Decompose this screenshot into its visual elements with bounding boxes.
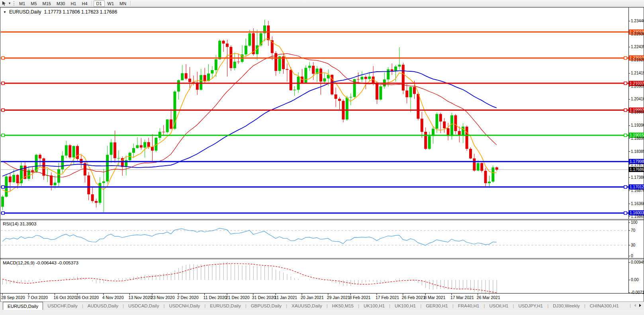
panel-separator-rsi[interactable] xyxy=(0,219,644,220)
period-button-m30[interactable]: M30 xyxy=(54,0,68,7)
toolbar-dropdown-caret[interactable]: ▼ xyxy=(7,2,12,5)
candle-bear xyxy=(151,147,154,151)
candle-bull xyxy=(20,166,23,183)
price-tick-label: 1.21925 xyxy=(631,58,644,63)
chart-tab-dj30-weekly[interactable]: DJ30,Weekly xyxy=(548,302,584,310)
candle-bull xyxy=(278,57,281,71)
line-handle[interactable] xyxy=(2,211,4,214)
chart-tab-xauusd-daily[interactable]: XAUUSD,Daily xyxy=(287,302,327,310)
candle-bear xyxy=(312,66,315,74)
period-button-h1[interactable]: H1 xyxy=(68,0,79,7)
price-tick-label: 1.23440 xyxy=(631,19,644,23)
cursor-tool-icon[interactable] xyxy=(1,0,7,6)
date-label: 11 Jan 2021 xyxy=(274,295,297,300)
current-price-tag: 1.17686 xyxy=(629,167,644,172)
candle-bear xyxy=(480,163,483,171)
candle-bear xyxy=(458,131,461,135)
candle-bear xyxy=(495,167,498,170)
candle-bull xyxy=(166,119,169,132)
chart-tab-hk50-m15[interactable]: HK50,M15 xyxy=(328,302,358,310)
chart-tab-ger30-h1[interactable]: GER30,H1 xyxy=(421,302,452,310)
toolbar-divider xyxy=(92,1,92,6)
candle-bear xyxy=(405,90,408,97)
line-handle[interactable] xyxy=(624,82,627,85)
price-tick-label: 1.18385 xyxy=(631,149,644,154)
chart-tab-eurusd-daily[interactable]: EURUSD,Daily xyxy=(206,302,245,310)
date-label: 8 Mar 2021 xyxy=(424,295,445,300)
chart-window[interactable]: ▼ EURUSD,Daily 1.17773 1.17806 1.17623 1… xyxy=(0,7,644,302)
ohlc-values: 1.17773 1.17806 1.17623 1.17686 xyxy=(44,9,117,15)
chart-tab-audusd-daily[interactable]: AUDUSD,Daily xyxy=(83,302,123,310)
chart-tab-usdcnh-daily[interactable]: USDCNH,Daily xyxy=(164,302,204,310)
candle-bear xyxy=(376,83,378,100)
toolbar-divider xyxy=(130,1,131,6)
chart-tab-usoil-h1[interactable]: USOil,H1 xyxy=(485,302,513,310)
candle-bear xyxy=(484,171,487,183)
candle-bull xyxy=(61,156,64,169)
line-handle[interactable] xyxy=(624,211,627,214)
period-button-d1[interactable]: D1 xyxy=(94,0,105,7)
candle-bull xyxy=(491,168,494,182)
line-handle[interactable] xyxy=(624,57,627,59)
line-handle[interactable] xyxy=(2,82,4,85)
line-handle[interactable] xyxy=(2,109,4,112)
macd-tick-label: -0.00719 xyxy=(631,290,644,295)
candle-bull xyxy=(54,183,57,186)
period-button-m15[interactable]: M15 xyxy=(40,0,54,7)
candle-bull xyxy=(428,136,431,149)
line-handle[interactable] xyxy=(624,134,627,137)
price-tick-label: 1.16360 xyxy=(631,202,644,206)
line-handle[interactable] xyxy=(2,57,4,59)
date-label: 16 Oct 2020 xyxy=(54,295,76,300)
candle-bear xyxy=(185,73,188,79)
tab-scroll-right-icon[interactable] xyxy=(639,304,641,307)
candle-bull xyxy=(398,65,401,67)
line-handle[interactable] xyxy=(624,109,627,112)
chart-tab-fra40-h1[interactable]: FRA40,H1 xyxy=(454,302,484,310)
panel-separator-macd[interactable] xyxy=(0,258,644,259)
candle-bear xyxy=(335,94,337,99)
toolbar-grip[interactable] xyxy=(14,1,14,6)
candle-bear xyxy=(16,175,19,183)
tab-scroll-left-icon[interactable] xyxy=(634,304,636,307)
rsi-tick-label: 0 xyxy=(631,254,633,258)
chart-title-caret[interactable]: ▼ xyxy=(3,10,6,14)
chart-tab-china300-h1[interactable]: CHINA300,H1 xyxy=(585,302,623,310)
chart-tab-usdcad-daily[interactable]: USDCAD,Daily xyxy=(124,302,163,310)
period-button-h4[interactable]: H4 xyxy=(79,0,90,7)
candle-bear xyxy=(87,176,90,194)
candle-bull xyxy=(368,76,371,79)
period-buttons: M1M5M15M30H1H4D1W1MN xyxy=(16,0,132,7)
candle-bear xyxy=(69,145,71,158)
candle-bear xyxy=(76,146,79,159)
line-handle[interactable] xyxy=(2,186,4,188)
candle-bear xyxy=(267,25,270,40)
macd-label: MACD(12,26,9) -0.006443 -0.005373 xyxy=(3,260,78,265)
chart-tab-usdjpy-h1[interactable]: USDJPY,H1 xyxy=(514,302,547,310)
period-button-mn[interactable]: MN xyxy=(117,0,129,7)
period-button-m1[interactable]: M1 xyxy=(16,0,28,7)
period-toolbar: ▼ M1M5M15M30H1H4D1W1MN xyxy=(0,0,644,7)
candle-bear xyxy=(204,75,206,81)
macd-tick-label: 0.00 xyxy=(631,278,638,282)
chart-tab-gbpusd-daily[interactable]: GBPUSD,Daily xyxy=(247,302,286,310)
candle-bull xyxy=(248,33,251,46)
candle-bull xyxy=(218,41,221,59)
chart-tab-eurusd-daily[interactable]: EURUSD,Daily xyxy=(3,302,43,310)
candle-bear xyxy=(421,119,423,132)
price-tick-label: 1.15865 xyxy=(631,214,644,219)
line-handle[interactable] xyxy=(2,134,4,137)
line-handle[interactable] xyxy=(624,186,627,188)
candle-bear xyxy=(95,201,98,203)
candle-bear xyxy=(454,115,457,131)
chart-tab-uk100-h1[interactable]: UK100,H1 xyxy=(390,302,420,310)
candle-bull xyxy=(450,115,453,136)
chart-tab-usdchf-daily[interactable]: USDCHF,Daily xyxy=(43,302,82,310)
period-button-m5[interactable]: M5 xyxy=(28,0,39,7)
chart-tab-uk100-h1[interactable]: UK100,H1 xyxy=(359,302,389,310)
candle-bear xyxy=(91,194,94,201)
candle-bull xyxy=(181,73,184,80)
tab-scroll-buttons: | xyxy=(628,301,643,309)
period-button-w1[interactable]: W1 xyxy=(105,0,117,7)
price-tick-label: 1.20410 xyxy=(631,97,644,102)
